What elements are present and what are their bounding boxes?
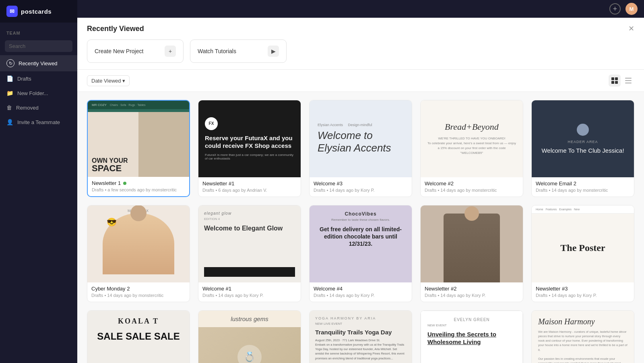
- card-info: Newsletter 1 Drafts • a few seconds ago …: [88, 177, 189, 196]
- page-header-top: Recently Viewed ✕: [87, 24, 634, 33]
- project-card[interactable]: Elysian Accents Design-mindful Welcome t…: [309, 100, 412, 197]
- page-header: Recently Viewed ✕ Create New Project + W…: [77, 18, 644, 70]
- svg-rect-3: [615, 81, 618, 84]
- card-info: Newsletter #2 Drafts • 14 days ago by Ko…: [421, 282, 523, 302]
- user-plus-icon: 👤: [6, 119, 13, 125]
- filter-label: Date Viewed: [91, 78, 121, 84]
- card-info: Welcome #2 Drafts • 14 days ago by monst…: [421, 177, 523, 197]
- card-info: Welcome Email 2 Drafts • 14 days ago by …: [532, 177, 634, 197]
- chevron-down-icon: ▾: [122, 78, 125, 84]
- project-card[interactable]: FX Reserve your FuturaX and you could re…: [198, 100, 301, 197]
- file-icon: 📄: [6, 75, 13, 82]
- card-thumbnail: FX Reserve your FuturaX and you could re…: [198, 100, 301, 177]
- user-avatar[interactable]: M: [625, 3, 638, 15]
- card-meta: Drafts • a few seconds ago by monstercri…: [92, 187, 185, 192]
- view-toggles: [609, 75, 634, 87]
- project-card[interactable]: ⋯ Newsletter #2 Drafts • 14 days ago by …: [420, 205, 523, 302]
- svg-rect-5: [625, 80, 632, 81]
- card-thumbnail: Home Features Examples New The Poster: [532, 205, 634, 282]
- sidebar-item-drafts[interactable]: 📄 Drafts: [0, 71, 77, 86]
- card-name: Welcome #2: [425, 180, 519, 187]
- card-thumbnail: Bread+Beyond WE'RE THRILLED TO HAVE YOU …: [421, 100, 523, 177]
- card-thumbnail: HEADER AREA Welcome To The Club Jessica!: [532, 100, 634, 177]
- project-card[interactable]: Bread+Beyond WE'RE THRILLED TO HAVE YOU …: [420, 100, 523, 197]
- card-meta: Drafts • 14 days ago by monstercritic: [536, 188, 630, 193]
- card-thumbnail: YOGA HARMONY BY ARIA NEW LIVE EVENT Tran…: [310, 311, 412, 363]
- card-name: Newsletter #1: [202, 180, 297, 187]
- logo-icon: ✉: [6, 6, 18, 17]
- grid-icon: [611, 77, 618, 84]
- page-title: Recently Viewed: [87, 25, 144, 33]
- grid-view-button[interactable]: [609, 75, 621, 87]
- add-button[interactable]: +: [609, 3, 621, 15]
- project-card[interactable]: KOALA T SALE SALE SALE ⋯ Newsletter #4 D…: [87, 310, 190, 363]
- sidebar-item-new-folder[interactable]: 📁 New Folder...: [0, 86, 77, 100]
- card-thumbnail: MUSIC_X 😎: [87, 205, 190, 282]
- project-card[interactable]: Maison Harmony We are Maison Harmony - c…: [531, 310, 634, 363]
- search-input[interactable]: [5, 40, 72, 52]
- card-thumbnail: Elysian Accents Design-mindful Welcome t…: [310, 100, 412, 177]
- card-meta: Drafts • 14 days ago by Kory P.: [314, 293, 408, 298]
- watch-tutorials-card[interactable]: Watch Tutorials ▶: [190, 39, 287, 63]
- sidebar-item-label: Recently Viewed: [19, 60, 58, 66]
- project-card[interactable]: ChocoVibes Remember to taste these chose…: [309, 205, 412, 302]
- sidebar-item-removed[interactable]: 🗑 Removed: [0, 100, 77, 115]
- sidebar: ✉ postcards Team ↻ Recently Viewed 📄 Dra…: [0, 0, 77, 363]
- card-thumbnail: KOALA T SALE SALE SALE: [87, 311, 190, 363]
- search-area[interactable]: [0, 37, 77, 55]
- sidebar-nav: Team ↻ Recently Viewed 📄 Drafts 📁 New Fo…: [0, 23, 77, 363]
- trash-icon: 🗑: [6, 104, 12, 111]
- card-info: Cyber Monday 2 Drafts • 14 days ago by m…: [87, 282, 190, 302]
- card-info: Newsletter #3 Drafts • 14 days ago by Ko…: [532, 282, 634, 302]
- create-new-label: Create New Project: [95, 48, 143, 54]
- plus-icon: +: [165, 46, 176, 57]
- card-name: Welcome Email 2: [536, 180, 630, 187]
- topbar: + M: [77, 0, 644, 18]
- project-card[interactable]: Home Features Examples New The Poster ⋯ …: [531, 205, 634, 302]
- folder-plus-icon: 📁: [6, 90, 13, 96]
- card-thumbnail: EVELYN GREEN NEW EVENT Unveiling the Sec…: [421, 311, 523, 363]
- card-name: Newsletter 1: [92, 180, 185, 186]
- close-button[interactable]: ✕: [628, 24, 634, 33]
- project-card[interactable]: HEADER AREA Welcome To The Club Jessica!…: [531, 100, 634, 197]
- project-card[interactable]: MR COZY Chairs · Sofa · Rugs · Tables OW…: [87, 100, 190, 197]
- project-card[interactable]: YOGA HARMONY BY ARIA NEW LIVE EVENT Tran…: [309, 310, 412, 363]
- card-meta: Drafts • 14 days ago by monstercritic: [425, 188, 519, 193]
- card-name: Welcome #3: [314, 180, 408, 187]
- sidebar-item-label: Drafts: [17, 76, 31, 82]
- card-info: Welcome #4 Drafts • 14 days ago by Kory …: [310, 282, 412, 302]
- sidebar-item-label: Invite a Teammate: [17, 119, 60, 125]
- card-meta: Drafts • 14 days ago by monstercritic: [91, 293, 186, 298]
- card-thumbnail: elegant glow EDITION 4 Welcome to Elegan…: [198, 205, 301, 282]
- active-indicator: [123, 182, 126, 185]
- card-info: Welcome #1 Drafts • 14 days ago by Kory …: [198, 282, 301, 302]
- card-name: Newsletter #2: [425, 286, 519, 292]
- card-thumbnail: Maison Harmony We are Maison Harmony - c…: [532, 311, 634, 363]
- sidebar-item-label: Removed: [16, 105, 39, 111]
- sidebar-item-recently-viewed[interactable]: ↻ Recently Viewed: [0, 55, 77, 71]
- date-filter[interactable]: Date Viewed ▾: [87, 75, 130, 86]
- project-card[interactable]: lustrous gems 💍 ⋯ Newsletter #5 Drafts •…: [198, 310, 301, 363]
- card-thumbnail: ChocoVibes Remember to taste these chose…: [310, 205, 412, 282]
- play-icon: ▶: [268, 46, 279, 57]
- sidebar-item-invite-teammate[interactable]: 👤 Invite a Teammate: [0, 115, 77, 129]
- card-meta: Drafts • 14 days ago by Kory P.: [425, 293, 519, 298]
- create-new-project-card[interactable]: Create New Project +: [87, 39, 184, 63]
- card-thumbnail: [421, 205, 523, 282]
- card-name: Cyber Monday 2: [91, 286, 186, 292]
- card-name: Newsletter #3: [536, 286, 630, 292]
- card-name: Welcome #4: [314, 286, 408, 292]
- svg-rect-4: [625, 78, 632, 79]
- card-name: Welcome #1: [202, 286, 297, 292]
- card-meta: Drafts • 6 days ago by Andrian V.: [202, 188, 297, 193]
- watch-tutorials-label: Watch Tutorials: [198, 48, 236, 54]
- svg-rect-2: [611, 81, 614, 84]
- app-name: postcards: [21, 8, 52, 15]
- project-card[interactable]: MUSIC_X 😎 ⋯ Cyber Monday 2 Drafts • 14 d…: [87, 205, 190, 302]
- card-info: Welcome #3 Drafts • 14 days ago by Kory …: [310, 177, 412, 197]
- list-view-button[interactable]: [622, 75, 634, 87]
- project-card[interactable]: EVELYN GREEN NEW EVENT Unveiling the Sec…: [420, 310, 523, 363]
- card-meta: Drafts • 14 days ago by Kory P.: [202, 293, 297, 298]
- list-icon: [625, 77, 632, 84]
- project-card[interactable]: elegant glow EDITION 4 Welcome to Elegan…: [198, 205, 301, 302]
